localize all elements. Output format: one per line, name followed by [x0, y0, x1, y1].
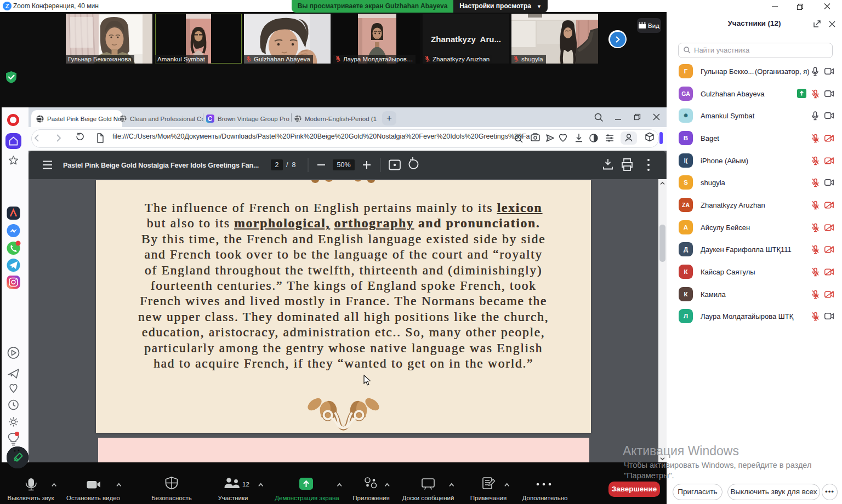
svg-text:Z: Z [5, 3, 9, 9]
svg-text:12: 12 [242, 481, 249, 488]
